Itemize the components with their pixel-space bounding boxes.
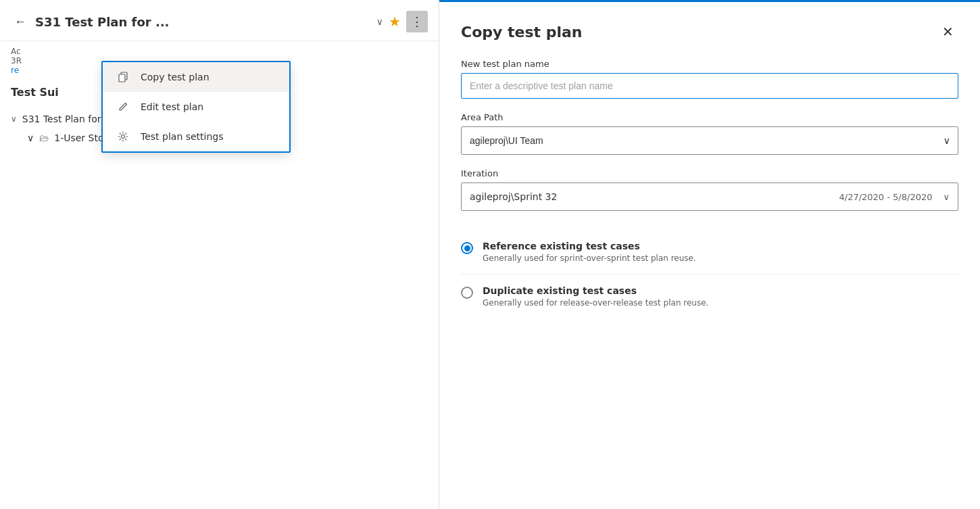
folder-icon: 🗁 bbox=[39, 132, 49, 143]
close-button[interactable]: ✕ bbox=[937, 21, 958, 43]
area-select[interactable]: agileproj\UI Team bbox=[461, 126, 958, 155]
edit-icon bbox=[116, 100, 130, 114]
menu-item-copy[interactable]: Copy test plan bbox=[103, 62, 289, 92]
more-dots-icon: ⋮ bbox=[411, 14, 423, 29]
iteration-form-group: Iteration agileproj\Sprint 32 4/27/2020 … bbox=[461, 168, 958, 211]
context-menu: Copy test plan Edit test plan Test plan … bbox=[101, 61, 291, 153]
radio-duplicate-circle[interactable] bbox=[461, 287, 473, 299]
iteration-date: 4/27/2020 - 5/8/2020 bbox=[839, 192, 932, 202]
copy-icon bbox=[116, 70, 130, 84]
menu-edit-label: Edit test plan bbox=[141, 101, 203, 112]
settings-gear-icon bbox=[116, 130, 130, 143]
menu-settings-label: Test plan settings bbox=[141, 131, 224, 142]
panel-header: Copy test plan ✕ bbox=[461, 21, 958, 43]
plan-name-input[interactable] bbox=[461, 73, 958, 99]
back-button[interactable]: ← bbox=[11, 12, 30, 31]
right-panel: Copy test plan ✕ New test plan name Area… bbox=[439, 0, 980, 509]
radio-duplicate-desc: Generally used for release-over-release … bbox=[483, 298, 708, 308]
radio-reference-title: Reference existing test cases bbox=[483, 241, 696, 251]
root-chevron-icon: ∨ bbox=[11, 114, 17, 124]
iteration-label: Iteration bbox=[461, 168, 958, 178]
child-chevron-icon: ∨ bbox=[27, 132, 34, 143]
favorite-star-icon[interactable]: ★ bbox=[389, 14, 401, 30]
radio-reference-desc: Generally used for sprint-over-sprint te… bbox=[483, 253, 696, 263]
subheader-link[interactable]: re bbox=[11, 66, 19, 75]
menu-item-edit[interactable]: Edit test plan bbox=[103, 92, 289, 122]
menu-copy-label: Copy test plan bbox=[141, 72, 210, 82]
iteration-chevron-icon: ∨ bbox=[943, 192, 950, 202]
radio-group: Reference existing test cases Generally … bbox=[461, 230, 958, 318]
area-form-group: Area Path agileproj\UI Team ∨ bbox=[461, 112, 958, 155]
radio-reference-text: Reference existing test cases Generally … bbox=[483, 241, 696, 263]
radio-reference-circle[interactable] bbox=[461, 242, 473, 254]
iteration-right-section: 4/27/2020 - 5/8/2020 ∨ bbox=[839, 192, 950, 202]
left-header: ← S31 Test Plan for ... ∨ ★ ⋮ bbox=[0, 0, 439, 41]
iteration-value: agileproj\Sprint 32 bbox=[470, 191, 557, 202]
svg-point-2 bbox=[122, 135, 125, 139]
menu-item-settings[interactable]: Test plan settings bbox=[103, 122, 289, 151]
more-options-button[interactable]: ⋮ bbox=[406, 11, 428, 32]
name-form-group: New test plan name bbox=[461, 59, 958, 99]
plan-title: S31 Test Plan for ... bbox=[35, 15, 371, 29]
area-select-wrapper: agileproj\UI Team ∨ bbox=[461, 126, 958, 155]
name-label: New test plan name bbox=[461, 59, 958, 69]
radio-option-reference[interactable]: Reference existing test cases Generally … bbox=[461, 230, 958, 274]
radio-duplicate-text: Duplicate existing test cases Generally … bbox=[483, 285, 708, 308]
iteration-select[interactable]: agileproj\Sprint 32 4/27/2020 - 5/8/2020… bbox=[461, 183, 958, 211]
left-panel: ← S31 Test Plan for ... ∨ ★ ⋮ Ac 3R re T… bbox=[0, 0, 439, 509]
back-icon: ← bbox=[14, 15, 26, 29]
radio-duplicate-title: Duplicate existing test cases bbox=[483, 285, 708, 296]
area-label: Area Path bbox=[461, 112, 958, 122]
plan-dropdown-icon[interactable]: ∨ bbox=[376, 16, 383, 27]
radio-option-duplicate[interactable]: Duplicate existing test cases Generally … bbox=[461, 274, 958, 318]
svg-rect-1 bbox=[119, 74, 125, 82]
panel-title: Copy test plan bbox=[461, 24, 583, 41]
